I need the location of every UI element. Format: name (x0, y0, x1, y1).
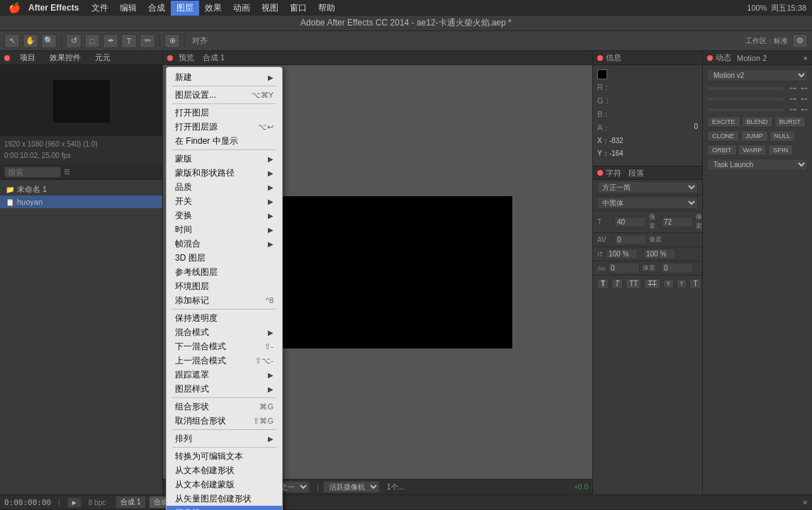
menu-layer[interactable]: 图层 (171, 1, 199, 16)
t-sub-btn[interactable]: T (663, 279, 674, 288)
slider-track-3[interactable] (707, 108, 784, 111)
project-item-unnamed[interactable]: 📁 未命名 1 (0, 183, 162, 196)
spin-btn[interactable]: SPIN (768, 144, 793, 156)
burst-btn[interactable]: BURST (774, 116, 806, 128)
motion-close-btn[interactable] (707, 55, 713, 61)
jump-btn[interactable]: JUMP (740, 130, 768, 142)
clone-btn[interactable]: CLONE (707, 130, 739, 142)
menu-arrange[interactable]: 排列 ▶ (167, 431, 282, 446)
brush-tool-btn[interactable]: ✏ (140, 34, 155, 48)
menu-group-shapes[interactable]: 组合形状 ⌘G (167, 400, 282, 414)
camera-select[interactable]: 活跃摄像机 (323, 481, 380, 493)
slider-track-2[interactable] (707, 98, 784, 101)
tl-sep: | (58, 499, 60, 506)
orbit-btn[interactable]: ORBIT (707, 144, 737, 156)
scale-h-input[interactable] (606, 249, 638, 259)
menu-ungroup-shapes[interactable]: 取消组合形状 ⇧⌘G (167, 414, 282, 428)
tl-close-icon[interactable]: ✕ (802, 499, 808, 506)
menu-show-finder[interactable]: 在 Finder 中显示 (167, 134, 282, 148)
menu-comp[interactable]: 合成 (142, 1, 171, 16)
excite-btn[interactable]: EXCITE (707, 116, 740, 128)
menu-mask[interactable]: 蒙版 ▶ (167, 152, 282, 166)
menu-marker[interactable]: 添加标记 ^8 (167, 293, 282, 307)
scale-v-input[interactable] (643, 249, 675, 259)
menu-next-blend[interactable]: 下一混合模式 ⇧- (167, 339, 282, 353)
kerning-input[interactable] (661, 217, 693, 227)
menu-layer-styles[interactable]: 图层样式 ▶ (167, 382, 282, 396)
weight-select[interactable]: 中黑体 (597, 197, 698, 209)
t-extra-btn[interactable]: T (689, 278, 701, 289)
menu-quality[interactable]: 品质 ▶ (167, 180, 282, 194)
menu-new[interactable]: 新建 ▶ (167, 70, 282, 84)
motion-tab-close[interactable]: × (803, 54, 808, 62)
offset-v-input[interactable] (661, 263, 693, 273)
menu-effects[interactable]: 效果 (199, 1, 227, 16)
menu-create-shapes-vector[interactable]: 从矢量图层创建形状 (167, 492, 282, 506)
project-item-huoyan[interactable]: 📋 huoyan (0, 196, 162, 208)
project-tab[interactable]: 项目 (16, 52, 40, 63)
layer-dropdown-menu[interactable]: 新建 ▶ 图层设置... ⌥⌘Y 打开图层 打开图层源 ⌥↩ 在 Finder … (166, 67, 283, 510)
motion-version-select[interactable]: Motion v2 (707, 69, 808, 81)
menu-time[interactable]: 时间 ▶ (167, 222, 282, 237)
settings-btn[interactable]: ⚙ (792, 34, 808, 48)
hand-tool-btn[interactable]: ✋ (23, 34, 38, 48)
puppet-tool-btn[interactable]: ⊕ (164, 34, 180, 48)
tracking-input[interactable] (614, 234, 646, 245)
props-tab2[interactable]: 段落 (628, 168, 644, 178)
menu-env[interactable]: 环境图层 (167, 279, 282, 293)
project-close-btn[interactable] (4, 55, 10, 61)
menu-blend-mode[interactable]: 混合模式 ▶ (167, 325, 282, 339)
effects-tab[interactable]: 效果控件 (45, 52, 85, 63)
offset-h-input[interactable] (608, 263, 640, 273)
blend-btn[interactable]: BLEND (742, 116, 773, 128)
menu-camera[interactable]: 摄像机 ▶ (167, 506, 282, 510)
tt-btn2[interactable]: TT (644, 278, 660, 289)
warp-btn[interactable]: WARP (738, 144, 767, 156)
props-title[interactable]: 字符 (606, 168, 621, 178)
menu-create-shapes[interactable]: 从文本创建形状 (167, 463, 282, 477)
zoom-tool-btn[interactable]: 🔍 (41, 34, 57, 48)
slider-ctrl-5: ⊶ (789, 106, 796, 113)
text-tool-btn[interactable]: T (121, 34, 137, 48)
menu-preserve-alpha[interactable]: 保持透明度 (167, 311, 282, 325)
menu-frame-blend[interactable]: 帧混合 ▶ (167, 237, 282, 251)
menu-mask-shape[interactable]: 蒙版和形状路径 ▶ (167, 166, 282, 180)
bold-btn[interactable]: T (597, 278, 609, 289)
meta-tab[interactable]: 元元 (91, 52, 115, 63)
menu-3d[interactable]: 3D 图层 (167, 251, 282, 265)
font-select[interactable]: 方正一简 (597, 181, 698, 193)
pen-tool-btn[interactable]: ✒ (103, 34, 118, 48)
menu-track-matte[interactable]: 跟踪遮罩 ▶ (167, 368, 282, 382)
rotate-tool-btn[interactable]: ↺ (66, 34, 81, 48)
tt-btn1[interactable]: TT (626, 278, 641, 289)
menu-edit[interactable]: 编辑 (114, 1, 142, 16)
null-btn[interactable]: NULL (769, 130, 796, 142)
menu-convert-text[interactable]: 转换为可编辑文本 (167, 449, 282, 463)
slider-track-1[interactable] (707, 87, 784, 90)
info-close-btn[interactable] (597, 55, 603, 61)
menu-window[interactable]: 窗口 (284, 1, 312, 16)
menu-switch[interactable]: 开关 ▶ (167, 194, 282, 208)
task-launch-select[interactable]: Task Launch (707, 159, 808, 171)
menu-prev-blend[interactable]: 上一混合模式 ⇧⌥- (167, 353, 282, 368)
shape-tool-btn[interactable]: □ (84, 34, 100, 48)
menu-open-source[interactable]: 打开图层源 ⌥↩ (167, 120, 282, 134)
viewer-close-btn[interactable] (167, 55, 173, 61)
menu-animation[interactable]: 动画 (227, 1, 256, 16)
italic-btn[interactable]: T (611, 278, 623, 289)
font-size-input[interactable] (614, 217, 646, 227)
select-tool-btn[interactable]: ↖ (4, 34, 20, 48)
t-sup-btn[interactable]: T (677, 279, 687, 288)
tl-tab-1[interactable]: 合成 1 (115, 496, 145, 509)
menu-transform[interactable]: 变换 ▶ (167, 208, 282, 222)
props-close-btn[interactable] (597, 170, 603, 176)
menu-help[interactable]: 帮助 (312, 1, 341, 16)
menu-layer-settings[interactable]: 图层设置... ⌥⌘Y (167, 88, 282, 102)
project-search-input[interactable] (4, 166, 61, 178)
menu-open-layer[interactable]: 打开图层 (167, 106, 282, 120)
menu-file[interactable]: 文件 (86, 1, 114, 16)
menu-guide[interactable]: 参考线图层 (167, 265, 282, 279)
menu-create-masks[interactable]: 从文本创建蒙版 (167, 477, 282, 492)
menu-view[interactable]: 视图 (256, 1, 284, 16)
apple-logo-icon[interactable]: 🍎 (0, 2, 28, 13)
